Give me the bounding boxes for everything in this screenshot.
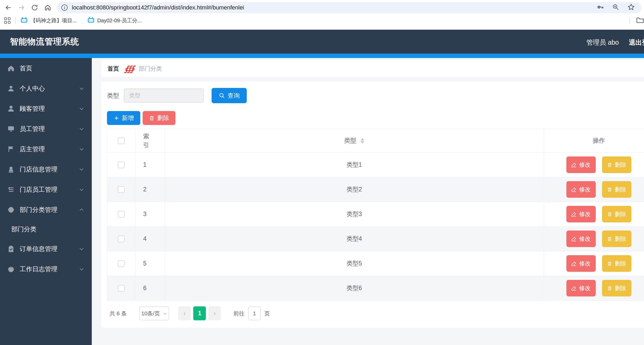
sidebar-item-label: 工作日志管理 xyxy=(20,265,79,273)
edit-button[interactable]: 修改 xyxy=(566,231,596,247)
chevron-up-icon xyxy=(79,207,84,213)
delete-row-button[interactable]: 删除 xyxy=(602,280,631,296)
table-body: 1类型1修改删除2类型2修改删除3类型3修改删除4类型4修改删除5类型5修改删除… xyxy=(107,153,644,301)
column-header-actions: 操作 xyxy=(544,129,644,153)
sidebar-nav: 首页个人中心顾客管理员工管理店主管理门店信息管理门店员工管理部门分类管理部门分类… xyxy=(0,58,92,345)
power-icon xyxy=(7,265,15,273)
edit-button[interactable]: 修改 xyxy=(566,206,596,222)
app-title: 智能物流管理系统 xyxy=(10,36,79,48)
batch-delete-button-label: 删除 xyxy=(157,114,169,122)
sidebar-item[interactable]: 门店员工管理 xyxy=(0,179,92,200)
sidebar-item[interactable]: 门店信息管理 xyxy=(0,159,92,179)
sidebar-item[interactable]: 顾客管理 xyxy=(0,98,92,119)
site-info-icon[interactable]: i xyxy=(61,4,68,11)
sidebar-item-label: 门店员工管理 xyxy=(20,185,79,194)
breadcrumb-current: 部门分类 xyxy=(139,65,162,73)
back-icon[interactable] xyxy=(4,3,13,12)
chevron-down-icon xyxy=(79,246,84,252)
sidebar-item-label: 顾客管理 xyxy=(20,104,79,113)
row-checkbox[interactable] xyxy=(118,161,125,168)
monitor-icon xyxy=(7,125,15,133)
other-bookmarks-folder-icon[interactable] xyxy=(636,17,644,25)
edit-button[interactable]: 修改 xyxy=(566,156,596,173)
sidebar-item-label: 门店信息管理 xyxy=(20,165,79,174)
chevron-down-icon xyxy=(79,187,84,192)
sort-icon[interactable] xyxy=(361,138,364,144)
bookmark-item[interactable]: Day02-09-员工分... xyxy=(87,17,142,24)
edit-button-label: 修改 xyxy=(579,210,591,218)
sidebar-item[interactable]: 员工管理 xyxy=(0,119,92,139)
prev-page-button[interactable]: ‹ xyxy=(178,306,191,320)
delete-row-button[interactable]: 删除 xyxy=(602,231,631,247)
column-header-type[interactable]: 类型 xyxy=(165,129,544,153)
apps-grid-icon[interactable] xyxy=(4,17,10,24)
row-checkbox[interactable] xyxy=(118,211,125,218)
row-type-cell: 类型5 xyxy=(165,251,544,276)
table-row: 2类型2修改删除 xyxy=(107,177,644,202)
row-type-cell: 类型2 xyxy=(165,177,544,202)
current-user-label: 管理员 abo xyxy=(586,38,619,47)
sidebar-item[interactable]: 个人中心 xyxy=(0,78,92,98)
batch-delete-button[interactable]: 删除 xyxy=(143,111,175,125)
header-accent-bar xyxy=(0,54,644,58)
sidebar-item[interactable]: 工作日志管理 xyxy=(0,259,92,279)
reload-icon[interactable] xyxy=(30,3,39,12)
row-index-cell: 1 xyxy=(135,153,165,177)
edit-button-label: 修改 xyxy=(579,284,591,292)
logout-link[interactable]: 退出登录 xyxy=(629,38,644,47)
page-size-value: 10条/页 xyxy=(141,310,160,317)
edit-button[interactable]: 修改 xyxy=(566,280,596,296)
bilibili-icon xyxy=(87,17,95,24)
row-index-cell: 2 xyxy=(135,177,165,202)
table-row: 5类型5修改删除 xyxy=(107,251,644,276)
sidebar-item-label: 店主管理 xyxy=(20,145,79,153)
row-type-cell: 类型6 xyxy=(165,276,544,301)
delete-row-button[interactable]: 删除 xyxy=(602,156,631,173)
edit-button-label: 修改 xyxy=(579,186,591,194)
row-checkbox[interactable] xyxy=(118,260,125,267)
url-text[interactable]: localhost:8080/springboot142f7/admin/dis… xyxy=(72,4,596,11)
chevron-down-icon xyxy=(79,266,84,272)
search-input[interactable] xyxy=(124,88,204,103)
page-size-select[interactable]: 10条/页 xyxy=(139,306,169,320)
breadcrumb-home[interactable]: 首页 xyxy=(108,65,119,73)
sidebar-item[interactable]: 部门分类管理 xyxy=(0,200,92,220)
query-button[interactable]: 查询 xyxy=(212,88,247,103)
delete-row-button[interactable]: 删除 xyxy=(602,181,631,198)
search-field-label: 类型 xyxy=(107,92,119,100)
sidebar-item[interactable]: 首页 xyxy=(0,58,92,78)
goto-page-input[interactable] xyxy=(248,306,261,320)
current-page-button[interactable]: 1 xyxy=(193,306,206,320)
delete-row-button[interactable]: 删除 xyxy=(602,255,631,272)
bookmark-star-icon[interactable] xyxy=(627,3,635,12)
row-checkbox[interactable] xyxy=(118,186,125,193)
forward-icon[interactable] xyxy=(17,3,26,12)
main-panel: 类型 查询 新增 删除 索引 xyxy=(101,81,644,328)
select-all-checkbox[interactable] xyxy=(118,137,125,144)
bookmark-item[interactable]: 【码神之路】项目... xyxy=(20,17,77,24)
add-button[interactable]: 新增 xyxy=(107,111,140,125)
sidebar-item[interactable]: 订单信息管理 xyxy=(0,239,92,259)
row-type-cell: 类型3 xyxy=(165,202,544,227)
edit-button[interactable]: 修改 xyxy=(566,255,596,272)
zoom-icon[interactable] xyxy=(612,3,619,12)
aim-icon xyxy=(7,206,15,214)
chevron-down-icon xyxy=(79,166,84,172)
breadcrumb-separator-glyph: ∰ xyxy=(124,64,135,73)
next-page-button[interactable]: › xyxy=(208,306,221,320)
delete-row-button-label: 删除 xyxy=(615,186,626,194)
row-index-cell: 4 xyxy=(135,227,165,251)
data-table: 索引 类型 操作 1类型1修改删除2类型2修改删除3类型3修改删除4类型4修改删… xyxy=(107,129,644,301)
home-nav-icon[interactable] xyxy=(43,3,52,12)
bookmarks-bar: 【码神之路】项目... Day02-09-员工分... xyxy=(0,15,644,26)
edit-button[interactable]: 修改 xyxy=(566,181,596,198)
row-checkbox[interactable] xyxy=(118,285,125,292)
delete-row-button[interactable]: 删除 xyxy=(602,206,631,222)
row-checkbox[interactable] xyxy=(118,236,125,242)
password-key-icon[interactable] xyxy=(596,3,604,12)
sidebar-item[interactable]: 店主管理 xyxy=(0,139,92,159)
chevron-down-icon xyxy=(79,146,84,152)
address-bar[interactable]: i localhost:8080/springboot142f7/admin/d… xyxy=(57,2,641,13)
sidebar-subitem[interactable]: 部门分类 xyxy=(0,220,92,239)
column-header-index: 索引 xyxy=(135,129,165,153)
